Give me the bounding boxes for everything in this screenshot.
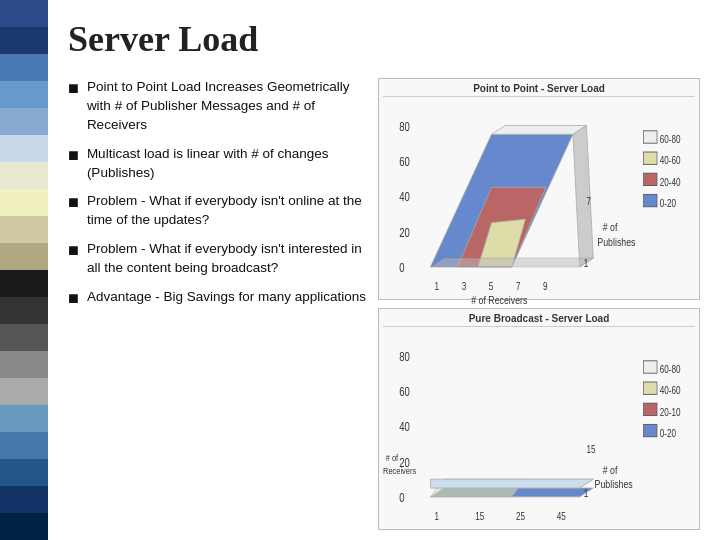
- svg-text:Publishes: Publishes: [595, 478, 633, 490]
- page-title: Server Load: [68, 18, 700, 60]
- svg-text:1: 1: [584, 487, 589, 499]
- svg-text:# of: # of: [603, 464, 618, 476]
- bullet-icon-3: ■: [68, 193, 79, 211]
- sidebar-block-8: [0, 189, 48, 216]
- charts-area: Point to Point - Server Load 80 60 40 20…: [378, 78, 700, 530]
- svg-marker-8: [492, 126, 587, 135]
- svg-rect-48: [643, 361, 657, 373]
- bullet-icon-2: ■: [68, 146, 79, 164]
- sidebar-block-7: [0, 162, 48, 189]
- svg-text:3: 3: [462, 280, 467, 292]
- bullet-text-4: Problem - What if everybody isn't intere…: [87, 240, 368, 278]
- svg-text:7: 7: [586, 195, 591, 207]
- svg-text:9: 9: [543, 280, 548, 292]
- svg-text:Receivers: Receivers: [383, 465, 417, 476]
- svg-text:# of: # of: [386, 453, 399, 464]
- svg-text:Publishes: Publishes: [597, 236, 635, 248]
- list-item: ■ Problem - What if everybody isn't onli…: [68, 192, 368, 230]
- sidebar-block-15: [0, 378, 48, 405]
- svg-text:40-60: 40-60: [660, 154, 681, 166]
- svg-rect-54: [643, 424, 657, 436]
- chart2-container: Pure Broadcast - Server Load 80 60 40 20…: [378, 308, 700, 530]
- sidebar-block-9: [0, 216, 48, 243]
- svg-text:0: 0: [399, 491, 404, 504]
- svg-text:25: 25: [516, 510, 525, 522]
- svg-marker-10: [430, 258, 593, 267]
- list-item: ■ Advantage - Big Savings for many appli…: [68, 288, 368, 307]
- svg-text:# of Receivers: # of Receivers: [471, 294, 527, 306]
- svg-text:0-20: 0-20: [660, 197, 676, 209]
- svg-rect-50: [643, 382, 657, 394]
- svg-text:40-60: 40-60: [660, 384, 681, 396]
- svg-text:1: 1: [435, 510, 440, 522]
- svg-text:1: 1: [435, 280, 440, 292]
- sidebar-block-20: [0, 513, 48, 540]
- list-item: ■ Problem - What if everybody isn't inte…: [68, 240, 368, 278]
- chart1-container: Point to Point - Server Load 80 60 40 20…: [378, 78, 700, 300]
- sidebar-block-4: [0, 81, 48, 108]
- svg-rect-23: [643, 152, 657, 164]
- sidebar-block-5: [0, 108, 48, 135]
- chart1-body: 80 60 40 20 0: [383, 99, 695, 311]
- svg-text:40: 40: [399, 190, 410, 203]
- chart2-body: 80 60 40 20 0 1: [383, 329, 695, 540]
- content-area: ■ Point to Point Load Increases Geometri…: [68, 78, 700, 530]
- list-item: ■ Point to Point Load Increases Geometri…: [68, 78, 368, 135]
- chart2-title: Pure Broadcast - Server Load: [383, 313, 695, 327]
- bullet-icon-1: ■: [68, 79, 79, 97]
- sidebar-block-2: [0, 27, 48, 54]
- svg-text:20-10: 20-10: [660, 405, 681, 417]
- svg-text:# of: # of: [603, 221, 618, 233]
- bullet-icon-5: ■: [68, 289, 79, 307]
- svg-text:80: 80: [399, 120, 410, 133]
- bullet-list: ■ Point to Point Load Increases Geometri…: [68, 78, 368, 530]
- svg-text:20: 20: [399, 226, 410, 239]
- svg-text:15: 15: [586, 443, 595, 455]
- svg-text:60: 60: [399, 385, 410, 398]
- svg-text:40: 40: [399, 420, 410, 433]
- svg-text:60: 60: [399, 155, 410, 168]
- sidebar-block-12: [0, 297, 48, 324]
- svg-text:0-20: 0-20: [660, 427, 676, 439]
- svg-text:5: 5: [489, 280, 494, 292]
- svg-text:45: 45: [557, 510, 566, 522]
- bullet-icon-4: ■: [68, 241, 79, 259]
- bullet-text-5: Advantage - Big Savings for many applica…: [87, 288, 366, 307]
- svg-text:0: 0: [399, 261, 404, 274]
- bullet-text-1: Point to Point Load Increases Geometrica…: [87, 78, 368, 135]
- svg-rect-27: [643, 194, 657, 206]
- svg-marker-37: [430, 479, 593, 488]
- bullet-text-3: Problem - What if everybody isn't online…: [87, 192, 368, 230]
- sidebar-block-14: [0, 351, 48, 378]
- svg-text:60-80: 60-80: [660, 133, 681, 145]
- sidebar-block-19: [0, 486, 48, 513]
- svg-text:20-40: 20-40: [660, 175, 681, 187]
- svg-rect-52: [643, 403, 657, 415]
- chart1-svg: 80 60 40 20 0: [383, 99, 695, 311]
- sidebar-block-18: [0, 459, 48, 486]
- sidebar-block-16: [0, 405, 48, 432]
- sidebar-block-1: [0, 0, 48, 27]
- svg-rect-25: [643, 173, 657, 185]
- sidebar-block-11: [0, 270, 48, 297]
- chart2-svg: 80 60 40 20 0 1: [383, 329, 695, 540]
- svg-text:7: 7: [516, 280, 521, 292]
- sidebar-block-13: [0, 324, 48, 351]
- svg-text:1: 1: [584, 257, 589, 269]
- svg-text:60-80: 60-80: [660, 363, 681, 375]
- sidebar-block-6: [0, 135, 48, 162]
- svg-rect-21: [643, 131, 657, 143]
- main-content: Server Load ■ Point to Point Load Increa…: [48, 0, 720, 540]
- svg-text:80: 80: [399, 350, 410, 363]
- sidebar-block-10: [0, 243, 48, 270]
- chart1-title: Point to Point - Server Load: [383, 83, 695, 97]
- list-item: ■ Multicast load is linear with # of cha…: [68, 145, 368, 183]
- sidebar-block-17: [0, 432, 48, 459]
- svg-text:15: 15: [475, 510, 484, 522]
- bullet-text-2: Multicast load is linear with # of chang…: [87, 145, 368, 183]
- sidebar-block-3: [0, 54, 48, 81]
- sidebar: [0, 0, 48, 540]
